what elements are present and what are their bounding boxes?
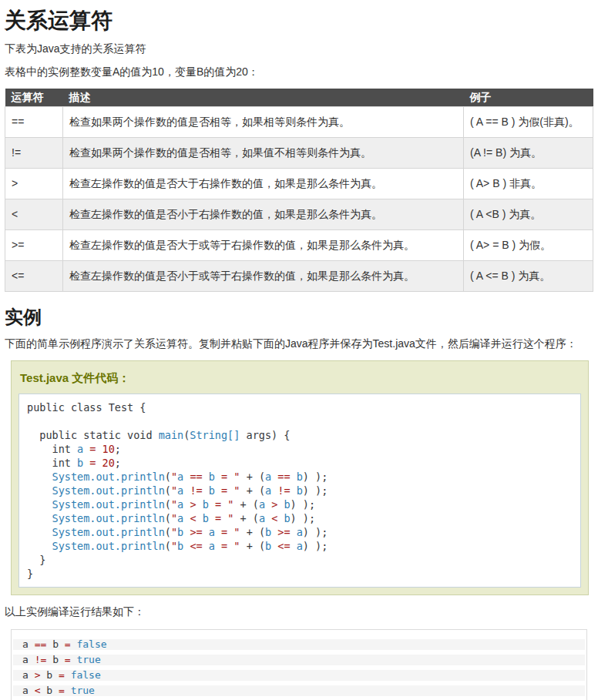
code-plain-token: [203, 484, 209, 497]
code-identifier-token: a: [209, 540, 215, 552]
code-operator-token: <: [190, 512, 196, 524]
code-plain-token: (: [165, 484, 171, 497]
result-intro-paragraph: 以上实例编译运行结果如下：: [5, 605, 593, 618]
code-plain-token: ) );: [303, 526, 328, 538]
operator-cell: <: [5, 199, 63, 230]
operator-cell: <=: [5, 261, 63, 292]
code-plain-token: [209, 498, 215, 511]
code-plain-token: (: [165, 498, 171, 511]
code-plain-token: (: [165, 540, 171, 552]
example-cell: (A != B) 为真。: [464, 138, 593, 169]
code-identifier-token: System.out.println: [52, 471, 165, 483]
code-plain-token: [203, 471, 209, 483]
code-identifier-token: b: [209, 484, 215, 497]
code-operator-token: 10: [102, 443, 115, 455]
example-box-title: Test.java 文件代码：: [20, 371, 581, 386]
code-identifier-token: b: [297, 484, 303, 497]
code-plain-token: + (: [240, 540, 266, 552]
code-plain-token: b: [40, 669, 58, 681]
operator-cell: !=: [5, 138, 63, 169]
code-line: System.out.println("a != b = " + (a != b…: [27, 484, 573, 497]
code-line: }: [27, 553, 573, 567]
column-header: 例子: [464, 89, 593, 107]
example-code-box: Test.java 文件代码： public class Test { publ…: [11, 360, 589, 595]
code-line: System.out.println("a > b = " + (a > b) …: [27, 497, 573, 511]
code-line: public class Test {: [27, 400, 573, 414]
section-title: 实例: [5, 307, 593, 327]
code-operator-token: ==: [35, 638, 47, 650]
java-code-block: public class Test { public static void m…: [18, 394, 581, 588]
code-plain-token: [265, 512, 271, 524]
code-operator-token: =: [215, 498, 221, 511]
code-plain-token: ;: [115, 443, 121, 455]
output-line: a == b = false: [13, 639, 585, 650]
code-plain-token: [209, 512, 215, 524]
table-row: >检查左操作数的值是否大于右操作数的值，如果是那么条件为真。( A> B ) 非…: [5, 169, 593, 199]
code-plain-token: + (: [240, 526, 266, 538]
code-plain-token: [215, 540, 221, 552]
code-operator-token: ": [233, 484, 240, 497]
code-operator-token: >=: [277, 526, 290, 538]
code-plain-token: args) {: [240, 429, 290, 441]
table-row: ==检查如果两个操作数的值是否相等，如果相等则条件为真。( A == B ) 为…: [5, 107, 593, 138]
code-identifier-token: a: [77, 443, 83, 455]
code-operator-token: !=: [277, 484, 290, 497]
operator-cell: >: [5, 169, 63, 199]
code-plain-token: + (: [233, 498, 259, 511]
code-identifier-token: a: [265, 484, 271, 497]
code-identifier-token: b: [203, 498, 209, 511]
code-plain-token: [197, 512, 203, 524]
output-line: a != b = true: [13, 655, 585, 665]
output-line: a > b = false: [13, 670, 585, 681]
code-operator-token: ": [171, 512, 177, 524]
code-identifier-token: String[]: [190, 429, 240, 441]
code-operator-token: ": [171, 471, 177, 483]
code-plain-token: [27, 498, 52, 511]
code-operator-token: !=: [35, 654, 47, 665]
code-plain-token: ) );: [303, 484, 328, 497]
article-page: 关系运算符 下表为Java支持的关系运算符 表格中的实例整数变量A的值为10，变…: [0, 0, 598, 700]
code-operator-token: =: [65, 654, 71, 665]
code-operator-token: =: [221, 540, 227, 552]
example-cell: ( A> B ) 非真。: [464, 169, 593, 199]
code-identifier-token: a: [259, 512, 265, 524]
code-identifier-token: System.out.println: [52, 540, 165, 552]
code-operator-token: >: [190, 498, 196, 511]
description-cell: 检查如果两个操作数的值是否相等，如果相等则条件为真。: [63, 107, 464, 138]
code-operator-token: ": [171, 484, 177, 497]
code-operator-token: <=: [277, 540, 290, 552]
code-line: System.out.println("b <= a = " + (b <= a…: [27, 539, 573, 553]
code-plain-token: [27, 512, 52, 524]
code-line: int b = 20;: [27, 456, 573, 470]
section-intro-paragraph: 下面的简单示例程序演示了关系运算符。复制并粘贴下面的Java程序并保存为Test…: [5, 337, 593, 350]
code-operator-token: =: [221, 471, 227, 483]
code-plain-token: }: [27, 554, 45, 566]
code-identifier-token: b: [77, 457, 83, 469]
code-plain-token: }: [27, 568, 33, 580]
code-line: System.out.println("b >= a = " + (b >= a…: [27, 525, 573, 539]
table-row: <检查左操作数的值是否小于右操作数的值，如果是那么条件为真。( A <B ) 为…: [5, 199, 593, 230]
code-identifier-token: a: [259, 498, 265, 511]
table-row: >=检查左操作数的值是否大于或等于右操作数的值，如果是那么条件为真。( A> =…: [5, 230, 593, 261]
code-identifier-token: b: [265, 526, 271, 538]
code-plain-token: [96, 457, 102, 469]
code-identifier-token: true: [71, 685, 95, 696]
code-line: }: [27, 567, 573, 581]
code-plain-token: [203, 540, 209, 552]
code-identifier-token: true: [76, 654, 100, 665]
code-plain-token: [221, 498, 227, 511]
code-line: [27, 414, 573, 428]
code-plain-token: int: [27, 457, 77, 469]
code-plain-token: a: [22, 654, 35, 665]
code-plain-token: + (: [240, 484, 266, 497]
column-header: 描述: [63, 89, 464, 107]
code-operator-token: =: [59, 669, 65, 681]
code-identifier-token: main: [159, 429, 184, 441]
code-identifier-token: b: [297, 471, 303, 483]
code-identifier-token: System.out.println: [52, 484, 165, 497]
code-identifier-token: System.out.println: [52, 498, 165, 511]
code-operator-token: 20: [102, 457, 115, 469]
output-line: a < b = true: [13, 685, 585, 696]
code-plain-token: (: [165, 471, 171, 483]
page-title: 关系运算符: [5, 9, 593, 32]
